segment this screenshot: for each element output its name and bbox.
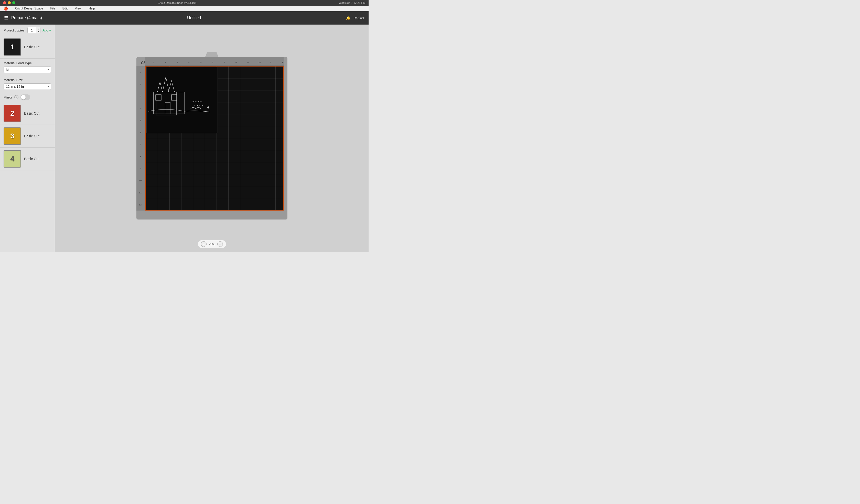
mat-item-4[interactable]: 4 Basic Cut: [0, 148, 55, 171]
menu-icon[interactable]: ☰: [4, 15, 8, 21]
svg-text:7: 7: [224, 61, 225, 64]
project-copies-label: Project copies:: [3, 28, 25, 32]
zoom-out-button[interactable]: −: [201, 241, 206, 247]
mirror-info-icon[interactable]: i: [14, 95, 18, 99]
mat-number-3: 3: [10, 132, 14, 140]
material-load-type-section: Material Load Type Mat ▾: [0, 59, 55, 75]
mirror-toggle[interactable]: [20, 94, 30, 100]
svg-text:5: 5: [140, 119, 141, 122]
svg-text:5: 5: [200, 61, 201, 64]
svg-text:1: 1: [153, 61, 154, 64]
mat-number-1: 1: [10, 43, 14, 51]
copies-down-arrow[interactable]: ▼: [36, 30, 40, 33]
menu-edit[interactable]: Edit: [61, 6, 69, 11]
mat-thumbnail-1: 1: [3, 39, 21, 56]
svg-text:3: 3: [140, 95, 141, 98]
svg-text:11: 11: [139, 191, 142, 194]
material-load-type-label: Material Load Type: [3, 61, 51, 65]
datetime: Wed Sep 7 12:23 PM: [339, 1, 366, 4]
material-size-section: Material Size 12 in x 12 in ▾: [0, 75, 55, 92]
grid-container: [145, 66, 284, 210]
copies-input-wrapper: ▲ ▼: [27, 27, 40, 33]
zoom-controls: − 75% +: [198, 240, 226, 248]
ruler-top: 1 2 3 4 5 6 7 8 9 10 11 12: [145, 57, 284, 66]
svg-text:11: 11: [270, 61, 273, 64]
mat-label-1: Basic Cut: [24, 45, 40, 49]
material-size-value: 12 in x 12 in: [6, 85, 24, 89]
mat-thumbnail-4: 4: [3, 150, 21, 167]
main-layout: Project copies: ▲ ▼ Apply 1 Basic Cut Ma…: [0, 25, 369, 252]
material-load-type-dropdown[interactable]: Mat ▾: [3, 66, 51, 73]
menu-help[interactable]: Help: [87, 6, 97, 11]
mat-thumbnail-3: 3: [3, 128, 21, 145]
mat-label-4: Basic Cut: [24, 157, 40, 161]
mat-thumbnail-2: 2: [3, 105, 21, 122]
svg-text:7: 7: [140, 143, 141, 146]
user-label: Maker: [355, 16, 364, 20]
mirror-label: Mirror: [3, 95, 12, 99]
mat-item-2[interactable]: 2 Basic Cut: [0, 102, 55, 125]
toggle-knob: [21, 95, 26, 100]
svg-text:3: 3: [177, 61, 178, 64]
zoom-in-icon: +: [219, 242, 221, 246]
svg-rect-30: [156, 92, 177, 115]
canvas-area: cricut ↻ ••• 1 2 3 4 5: [55, 25, 369, 252]
svg-text:10: 10: [139, 179, 142, 182]
mat-number-2: 2: [10, 109, 14, 117]
menu-cricut[interactable]: Cricut Design Space: [14, 6, 44, 11]
project-title: Untitled: [42, 16, 346, 20]
svg-text:2: 2: [140, 83, 141, 86]
svg-text:8: 8: [140, 155, 141, 158]
menu-file[interactable]: File: [48, 6, 57, 11]
traffic-lights[interactable]: [3, 1, 15, 4]
project-copies-section: Project copies: ▲ ▼ Apply: [0, 25, 55, 36]
material-size-dropdown[interactable]: 12 in x 12 in ▾: [3, 84, 51, 90]
mat-item-3[interactable]: 3 Basic Cut: [0, 125, 55, 148]
zoom-level: 75%: [208, 242, 215, 246]
svg-text:8: 8: [235, 61, 237, 64]
sidebar: Project copies: ▲ ▼ Apply 1 Basic Cut Ma…: [0, 25, 55, 252]
apple-menu[interactable]: 🍎: [2, 6, 10, 11]
svg-text:10: 10: [258, 61, 261, 64]
mat-label-2: Basic Cut: [24, 111, 40, 115]
apply-button[interactable]: Apply: [42, 28, 51, 32]
mat-label-3: Basic Cut: [24, 134, 40, 138]
menu-bar-right: Wed Sep 7 12:23 PM: [339, 1, 366, 4]
copies-up-arrow[interactable]: ▲: [36, 27, 40, 30]
svg-text:4: 4: [140, 107, 141, 110]
mirror-section: Mirror i: [0, 92, 55, 102]
window-title: Cricut Design Space v7.13.105: [158, 1, 197, 4]
material-size-arrow-icon: ▾: [48, 85, 49, 88]
close-button[interactable]: [3, 1, 6, 4]
ruler-left: 1 2 3 4 5 6 7 8 9 10 11 12: [137, 66, 145, 210]
title-bar: Cricut Design Space v7.13.105 Wed Sep 7 …: [0, 0, 369, 6]
mat-number-4: 4: [10, 155, 14, 163]
bell-icon[interactable]: 🔔: [346, 16, 350, 20]
copies-input[interactable]: [28, 27, 36, 33]
svg-text:4: 4: [188, 61, 190, 64]
maximize-button[interactable]: [12, 1, 15, 4]
dropdown-arrow-icon: ▾: [48, 68, 49, 71]
app-header: ☰ Prepare (4 mats) Untitled 🔔 Maker: [0, 11, 369, 25]
svg-text:9: 9: [140, 167, 141, 170]
mat-canvas[interactable]: cricut ↻ ••• 1 2 3 4 5: [137, 57, 287, 220]
zoom-out-icon: −: [202, 242, 204, 246]
prepare-title: Prepare (4 mats): [11, 16, 42, 20]
material-load-type-value: Mat: [6, 68, 12, 72]
svg-text:12: 12: [282, 61, 284, 64]
svg-text:2: 2: [165, 61, 166, 64]
svg-text:1: 1: [140, 71, 141, 74]
menu-view[interactable]: View: [73, 6, 83, 11]
mat-canvas-wrapper: cricut ↻ ••• 1 2 3 4 5: [137, 57, 287, 220]
svg-text:12: 12: [139, 203, 142, 206]
material-size-label: Material Size: [3, 78, 51, 82]
zoom-in-button[interactable]: +: [217, 241, 223, 247]
mat-item-1[interactable]: 1 Basic Cut: [0, 36, 55, 59]
svg-text:9: 9: [247, 61, 248, 64]
minimize-button[interactable]: [8, 1, 11, 4]
grid-svg: [146, 66, 283, 210]
copies-arrows: ▲ ▼: [36, 27, 40, 33]
menu-bar: 🍎 Cricut Design Space File Edit View Hel…: [0, 6, 369, 11]
svg-text:6: 6: [212, 61, 213, 64]
svg-text:6: 6: [140, 131, 141, 134]
